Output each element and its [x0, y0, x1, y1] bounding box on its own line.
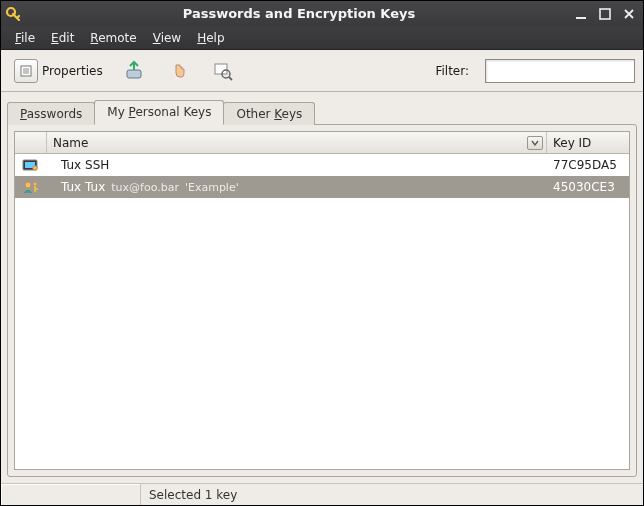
tab-panel: Name Key ID [7, 124, 637, 477]
svg-rect-7 [127, 70, 141, 78]
svg-point-14 [25, 182, 31, 188]
window-title: Passwords and Encryption Keys [27, 6, 571, 21]
key-row[interactable]: Tux SSH 77C95DA5 [15, 154, 629, 176]
filter-input[interactable] [485, 59, 635, 83]
menu-remote[interactable]: Remote [82, 28, 144, 48]
tab-other-keys[interactable]: Other Keys [223, 102, 315, 125]
key-id: 77C95DA5 [547, 158, 629, 172]
svg-rect-2 [600, 9, 610, 19]
export-button[interactable] [118, 55, 152, 87]
body-area: Passwords My Personal Keys Other Keys Na… [1, 92, 643, 483]
tab-passwords[interactable]: Passwords [7, 102, 95, 125]
status-text: Selected 1 key [141, 488, 245, 502]
svg-line-10 [229, 77, 232, 80]
globe-search-icon [211, 59, 235, 83]
minimize-button[interactable] [571, 5, 591, 23]
hand-pointer-icon [167, 59, 191, 83]
list-header: Name Key ID [15, 132, 629, 154]
chevron-down-icon [531, 140, 539, 146]
key-row[interactable]: Tux Tux tux@foo.bar 'Example' 45030CE3 [15, 176, 629, 198]
export-icon [123, 59, 147, 83]
key-list: Name Key ID [14, 131, 630, 470]
column-keyid[interactable]: Key ID [547, 132, 629, 153]
column-name-label: Name [53, 136, 88, 150]
terminal-key-icon [15, 158, 47, 172]
svg-rect-8 [215, 64, 227, 74]
column-keyid-label: Key ID [553, 136, 591, 150]
menu-help[interactable]: Help [189, 28, 232, 48]
key-rows: Tux SSH 77C95DA5 [15, 154, 629, 469]
filter-label: Filter: [435, 64, 469, 78]
menu-view[interactable]: View [145, 28, 189, 48]
find-button[interactable] [162, 55, 196, 87]
properties-button[interactable]: Properties [9, 55, 108, 87]
svg-point-15 [33, 182, 37, 186]
key-name: Tux Tux [61, 180, 105, 194]
properties-icon [14, 59, 38, 83]
key-id: 45030CE3 [547, 180, 629, 194]
svg-rect-1 [576, 17, 586, 19]
column-name[interactable]: Name [47, 132, 547, 153]
statusbar: Selected 1 key [1, 483, 643, 505]
app-window: Passwords and Encryption Keys File Edit … [0, 0, 644, 506]
name-sort-dropdown[interactable] [527, 136, 543, 150]
app-key-icon [5, 6, 21, 22]
svg-point-13 [33, 166, 37, 170]
key-name: Tux SSH [61, 158, 109, 172]
menu-file[interactable]: File [7, 28, 43, 48]
window-controls [571, 5, 639, 23]
search-remote-button[interactable] [206, 55, 240, 87]
maximize-button[interactable] [595, 5, 615, 23]
key-email: tux@foo.bar [111, 181, 179, 194]
properties-label: Properties [42, 64, 103, 78]
tab-my-personal-keys[interactable]: My Personal Keys [94, 100, 224, 125]
person-keys-icon [15, 180, 47, 194]
close-button[interactable] [619, 5, 639, 23]
column-icon[interactable] [15, 132, 47, 153]
menubar: File Edit Remote View Help [1, 26, 643, 50]
toolbar: Properties [1, 50, 643, 92]
menu-edit[interactable]: Edit [43, 28, 82, 48]
status-grip [1, 484, 141, 505]
tabs: Passwords My Personal Keys Other Keys [7, 98, 637, 124]
titlebar: Passwords and Encryption Keys [1, 1, 643, 26]
key-comment: 'Example' [185, 181, 239, 194]
